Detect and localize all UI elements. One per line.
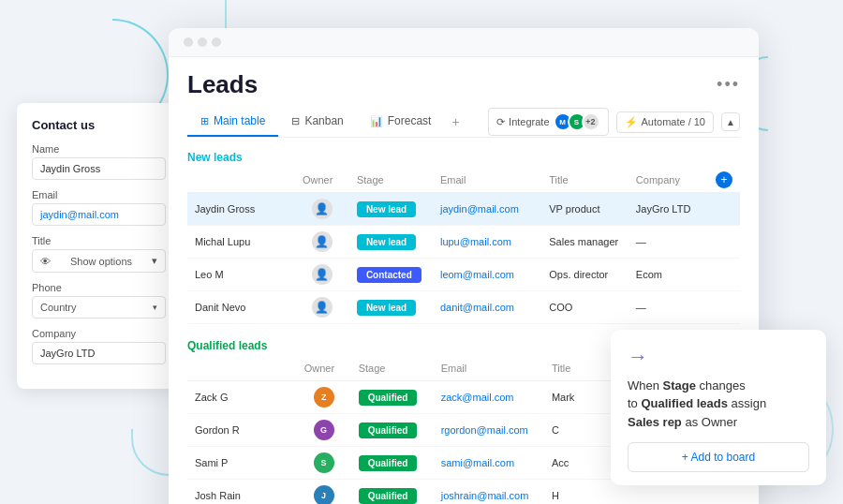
chevron-down-icon: ▾ bbox=[152, 255, 157, 267]
email-group: Email bbox=[32, 189, 166, 226]
table-row: Michal Lupu 👤 New lead lupu@mail.com Sal… bbox=[187, 226, 740, 259]
tab-forecast-label: Forecast bbox=[388, 114, 432, 127]
cell-stage: New lead bbox=[349, 291, 433, 324]
cell-owner: J bbox=[297, 480, 351, 505]
cell-owner: 👤 bbox=[295, 291, 349, 324]
col-header-email: Email bbox=[433, 168, 541, 193]
cell-email: joshrain@mail.com bbox=[434, 480, 544, 505]
table-row: Leo M 👤 Contacted leom@mail.com Ops. dir… bbox=[187, 259, 740, 291]
qualified-leads-bold: Qualified leads bbox=[641, 396, 727, 410]
email-value: danit@mail.com bbox=[440, 302, 514, 313]
stage-badge: Qualified bbox=[359, 390, 418, 406]
stage-badge: Qualified bbox=[359, 455, 418, 471]
cell-stage: New lead bbox=[349, 226, 433, 259]
email-value: leom@mail.com bbox=[440, 269, 514, 280]
country-arrow-icon: ▾ bbox=[153, 303, 157, 312]
automate-label: Automate / 10 bbox=[642, 116, 706, 127]
owner-avatar: G bbox=[314, 420, 334, 440]
contact-form-title: Contact us bbox=[32, 118, 166, 132]
cell-company: — bbox=[629, 291, 708, 324]
col-header-owner: Owner bbox=[297, 356, 351, 381]
avatar-stack: M S +2 bbox=[554, 112, 600, 131]
name-input[interactable] bbox=[32, 157, 166, 180]
dot-green bbox=[212, 37, 221, 47]
tab-kanban[interactable]: ⊟ Kanban bbox=[278, 107, 356, 137]
cell-owner: Z bbox=[297, 381, 351, 414]
window-titlebar bbox=[169, 28, 759, 57]
stage-badge: Qualified bbox=[359, 488, 418, 504]
tab-main-table[interactable]: ⊞ Main table bbox=[187, 107, 278, 137]
cell-name: Josh Rain bbox=[187, 480, 297, 505]
col-header-name bbox=[187, 168, 295, 193]
country-select[interactable]: Country ▾ bbox=[32, 296, 166, 319]
email-value: jaydin@mail.com bbox=[440, 203, 519, 215]
cell-email: sami@mail.com bbox=[434, 447, 544, 480]
cell-stage: Qualified bbox=[351, 414, 434, 447]
more-options-button[interactable]: ••• bbox=[717, 75, 740, 95]
owner-avatar: 👤 bbox=[312, 297, 333, 318]
integrate-icon: ⟳ bbox=[496, 116, 505, 128]
cell-owner: G bbox=[297, 414, 351, 447]
stage-bold: Stage bbox=[663, 378, 696, 393]
cell-extra bbox=[708, 291, 740, 324]
col-header-add: + bbox=[708, 168, 740, 193]
cell-email: rgordon@mail.com bbox=[434, 414, 544, 447]
cell-email: danit@mail.com bbox=[433, 291, 541, 324]
cell-email: zack@mail.com bbox=[434, 381, 544, 414]
cell-stage: Qualified bbox=[351, 447, 434, 480]
company-input[interactable] bbox=[32, 342, 166, 364]
add-tab-button[interactable]: + bbox=[444, 107, 466, 137]
stage-badge: New lead bbox=[357, 234, 416, 250]
col-header-company: Company bbox=[629, 168, 708, 193]
automation-text: When Stage changes to Qualified leads as… bbox=[628, 377, 809, 432]
stage-badge: Qualified bbox=[359, 422, 418, 438]
owner-avatar: S bbox=[314, 452, 334, 473]
cell-email: lupu@mail.com bbox=[433, 226, 541, 259]
col-header-stage: Stage bbox=[351, 356, 434, 381]
table-icon: ⊞ bbox=[200, 115, 209, 127]
cell-email: leom@mail.com bbox=[433, 259, 541, 291]
collapse-button[interactable]: ▲ bbox=[721, 112, 740, 131]
email-input[interactable] bbox=[32, 203, 166, 226]
automate-icon: ⚡ bbox=[625, 116, 638, 128]
tab-forecast[interactable]: 📊 Forecast bbox=[357, 107, 445, 137]
automate-button[interactable]: ⚡ Automate / 10 bbox=[616, 111, 715, 133]
cell-company: JayGro LTD bbox=[629, 193, 708, 226]
cell-name: Gordon R bbox=[187, 414, 297, 447]
cell-extra bbox=[708, 193, 740, 226]
avatar-count: +2 bbox=[582, 112, 600, 131]
stage-badge: New lead bbox=[357, 300, 416, 316]
title-group: Title 👁 Show options ▾ bbox=[32, 235, 166, 273]
cell-name: Jaydin Gross bbox=[187, 193, 295, 226]
cell-owner: 👤 bbox=[295, 193, 349, 226]
cell-name: Michal Lupu bbox=[187, 226, 295, 259]
cell-title: Sales manager bbox=[541, 226, 629, 259]
cell-stage: Qualified bbox=[351, 381, 434, 414]
automation-card: → When Stage changes to Qualified leads … bbox=[611, 330, 826, 486]
col-header-name bbox=[187, 356, 297, 381]
cell-name: Danit Nevo bbox=[187, 291, 295, 324]
sales-rep-bold: Sales rep bbox=[628, 415, 682, 429]
add-to-board-button[interactable]: + Add to board bbox=[628, 442, 809, 472]
col-header-owner: Owner bbox=[295, 168, 349, 193]
add-column-button[interactable]: + bbox=[716, 171, 732, 188]
cell-title: Ops. director bbox=[541, 259, 629, 291]
col-header-title: Title bbox=[541, 168, 629, 193]
dot-yellow bbox=[198, 37, 207, 47]
cell-stage: Qualified bbox=[351, 480, 434, 505]
tabs-right: ⟳ Integrate M S +2 ⚡ Automate / 10 ▲ bbox=[488, 108, 740, 136]
cell-stage: Contacted bbox=[349, 259, 433, 291]
cell-extra bbox=[708, 259, 740, 291]
cell-name: Zack G bbox=[187, 381, 297, 414]
cell-name: Sami P bbox=[187, 447, 297, 480]
stage-badge: New lead bbox=[357, 201, 416, 217]
email-label: Email bbox=[32, 189, 166, 200]
email-value: zack@mail.com bbox=[441, 392, 514, 403]
new-leads-header: New leads bbox=[187, 145, 740, 168]
show-options-button[interactable]: 👁 Show options ▾ bbox=[32, 249, 166, 273]
cell-owner: 👤 bbox=[295, 226, 349, 259]
dot-red bbox=[184, 37, 193, 47]
integrate-button[interactable]: ⟳ Integrate M S +2 bbox=[488, 108, 608, 136]
integrate-label: Integrate bbox=[509, 116, 549, 127]
owner-avatar: 👤 bbox=[312, 231, 333, 252]
